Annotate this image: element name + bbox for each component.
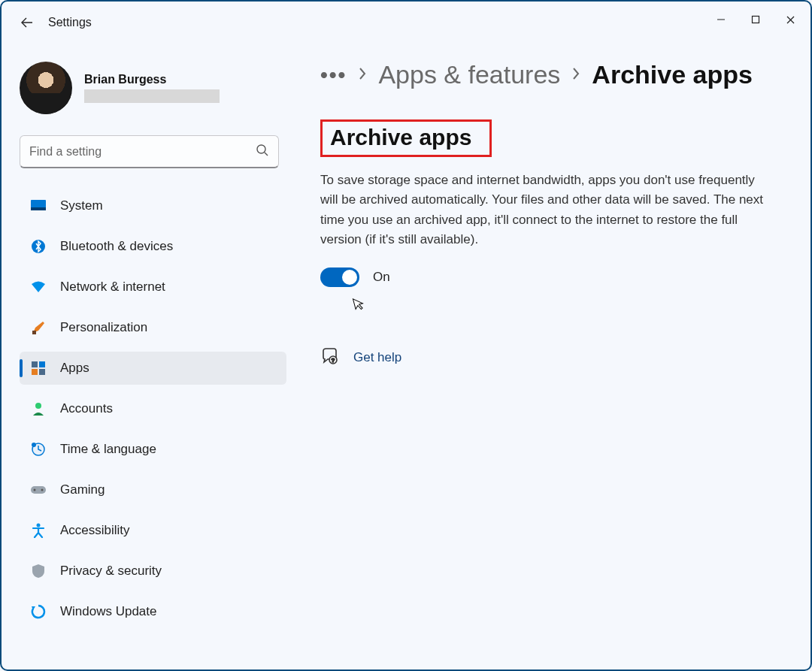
wifi-icon	[30, 279, 47, 295]
avatar	[20, 62, 72, 114]
profile-name: Brian Burgess	[84, 73, 220, 86]
nav-label: Privacy & security	[60, 564, 162, 579]
nav-item-gaming[interactable]: Gaming	[20, 473, 286, 506]
toggle-knob	[342, 270, 357, 285]
get-help-link[interactable]: Get help	[353, 350, 401, 365]
search-icon	[256, 144, 269, 160]
back-button[interactable]	[20, 15, 35, 30]
svg-point-15	[35, 403, 41, 409]
help-icon: ?	[320, 347, 338, 368]
breadcrumb-current: Archive apps	[592, 60, 753, 89]
svg-rect-1	[753, 17, 759, 23]
system-icon	[30, 198, 47, 214]
svg-rect-18	[31, 486, 46, 494]
minimize-button[interactable]	[704, 8, 738, 32]
toggle-row: On	[320, 267, 795, 287]
nav-label: Bluetooth & devices	[60, 239, 173, 254]
cursor-icon	[351, 295, 368, 316]
svg-rect-8	[31, 207, 46, 210]
nav-item-accessibility[interactable]: Accessibility	[20, 514, 286, 547]
section-title: Archive apps	[330, 125, 471, 150]
nav-item-bluetooth[interactable]: Bluetooth & devices	[20, 230, 286, 263]
svg-rect-10	[32, 331, 36, 334]
shield-icon	[30, 563, 47, 579]
profile-email-redacted	[84, 89, 220, 103]
nav-item-accounts[interactable]: Accounts	[20, 392, 286, 425]
svg-text:?: ?	[332, 357, 335, 364]
header: Settings	[20, 15, 92, 30]
main-content: ••• Apps & features Archive apps Archive…	[320, 60, 795, 368]
bluetooth-icon	[30, 238, 47, 255]
nav-label: Accounts	[60, 401, 113, 416]
sidebar: Brian Burgess System Bluetooth & devices	[20, 62, 286, 634]
update-icon	[30, 603, 47, 620]
nav-item-update[interactable]: Windows Update	[20, 595, 286, 628]
svg-rect-12	[39, 361, 45, 367]
nav-label: Personalization	[60, 320, 147, 335]
clock-icon	[30, 441, 47, 458]
nav-list: System Bluetooth & devices Network & int…	[20, 189, 286, 634]
profile-block[interactable]: Brian Burgess	[20, 62, 286, 114]
person-icon	[30, 400, 47, 417]
chevron-right-icon	[571, 65, 581, 85]
section-description: To save storage space and internet bandw…	[320, 171, 771, 249]
gamepad-icon	[30, 482, 47, 498]
svg-rect-11	[32, 361, 38, 367]
breadcrumb-parent[interactable]: Apps & features	[378, 60, 560, 89]
nav-item-privacy[interactable]: Privacy & security	[20, 555, 286, 588]
help-row: ? Get help	[320, 347, 795, 368]
maximize-button[interactable]	[738, 8, 773, 32]
archive-toggle[interactable]	[320, 267, 359, 287]
accessibility-icon	[30, 522, 47, 539]
nav-item-system[interactable]: System	[20, 189, 286, 222]
nav-label: Time & language	[60, 442, 156, 457]
nav-item-time[interactable]: Time & language	[20, 433, 286, 466]
search-input[interactable]	[29, 145, 256, 159]
svg-point-21	[37, 524, 41, 527]
svg-point-17	[32, 443, 36, 447]
svg-point-19	[34, 489, 36, 491]
search-box[interactable]	[20, 135, 279, 168]
svg-line-6	[265, 153, 268, 156]
breadcrumb: ••• Apps & features Archive apps	[320, 60, 795, 89]
close-button[interactable]	[773, 8, 807, 32]
svg-point-5	[257, 145, 265, 153]
svg-rect-13	[32, 369, 38, 375]
chevron-right-icon	[357, 65, 368, 85]
breadcrumb-more[interactable]: •••	[320, 63, 347, 87]
nav-label: Accessibility	[60, 523, 130, 538]
svg-rect-14	[39, 369, 45, 375]
nav-item-personalization[interactable]: Personalization	[20, 311, 286, 344]
titlebar	[2, 2, 810, 38]
svg-point-20	[41, 489, 44, 491]
nav-label: Network & internet	[60, 280, 165, 295]
nav-label: Apps	[60, 361, 89, 376]
brush-icon	[30, 319, 47, 336]
nav-label: Gaming	[60, 482, 105, 497]
app-title: Settings	[48, 16, 92, 29]
nav-label: System	[60, 198, 103, 213]
apps-icon	[30, 360, 47, 376]
toggle-state-label: On	[373, 270, 390, 285]
nav-item-network[interactable]: Network & internet	[20, 271, 286, 304]
nav-label: Windows Update	[60, 604, 157, 619]
nav-item-apps[interactable]: Apps	[20, 352, 286, 385]
highlight-annotation: Archive apps	[320, 119, 492, 157]
